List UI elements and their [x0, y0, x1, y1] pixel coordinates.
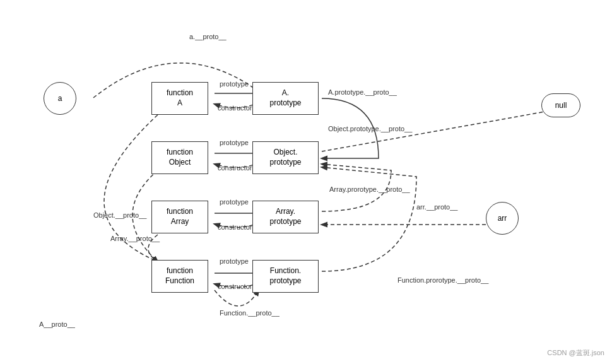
node-null-label: null — [555, 101, 567, 110]
label-Objectprototype-proto: Object.prototype.__proto__ — [328, 125, 412, 132]
label-Arrayprototype-proto: Array.prorotype.__proto__ — [329, 185, 410, 193]
Functionprototype-proto-arrow — [322, 167, 416, 271]
node-array-prototype-label: Array.prototype — [269, 207, 301, 226]
node-array-prototype: Array.prototype — [252, 201, 319, 233]
watermark: CSDN @蓝斑.json — [547, 348, 604, 358]
node-function-array: functionArray — [151, 201, 208, 233]
node-function-object-label: functionObject — [167, 148, 193, 167]
node-a: a — [44, 82, 76, 115]
label-a-proto: a.__proto__ — [189, 33, 227, 40]
node-object-prototype: Object.prototype — [252, 141, 319, 174]
label-prototype-4: prototype — [220, 257, 249, 265]
node-function-object: functionObject — [151, 141, 208, 174]
node-function-prototype: Function.prototype — [252, 260, 319, 293]
node-object-prototype-label: Object.prototype — [269, 148, 301, 167]
node-function-a: functionA — [151, 82, 208, 115]
label-constructor-1: constructor — [218, 104, 252, 112]
label-prototype-3: prototype — [220, 198, 249, 206]
node-function-prototype-label: Function.prototype — [269, 266, 301, 286]
node-function-function: functionFunction — [151, 260, 208, 293]
label-Functionprototype-proto: Function.prorotype.__proto__ — [397, 276, 488, 284]
node-a-prototype: A.prototype — [252, 82, 319, 115]
label-Object-proto: Object.__proto__ — [93, 211, 146, 219]
label-constructor-3: constructor — [218, 223, 252, 231]
label-prototype-2: prototype — [220, 139, 249, 146]
label-constructor-2: constructor — [218, 164, 252, 172]
node-null: null — [541, 93, 580, 117]
label-prototype-1: prototype — [220, 80, 249, 88]
diagram-svg — [0, 0, 612, 364]
node-a-prototype-label: A.prototype — [269, 88, 301, 108]
label-arr-proto: arr.__proto__ — [416, 203, 457, 211]
node-function-a-label: functionA — [167, 88, 193, 108]
node-a-label: a — [58, 94, 62, 103]
node-function-function-label: functionFunction — [165, 266, 194, 286]
label-constructor-4: constructor — [218, 283, 252, 290]
label-A-proto: A__proto__ — [39, 320, 75, 328]
node-arr-label: arr — [498, 214, 507, 223]
label-Array-proto: Array.__proto__ — [110, 235, 160, 242]
node-arr: arr — [486, 202, 519, 235]
node-function-array-label: functionArray — [167, 207, 193, 226]
label-Function-proto: Function.__proto__ — [220, 309, 280, 317]
diagram-container: a null arr functionA A.prototype functio… — [0, 0, 612, 364]
label-Aprototype-proto: A.prototype.__proto__ — [328, 88, 397, 96]
